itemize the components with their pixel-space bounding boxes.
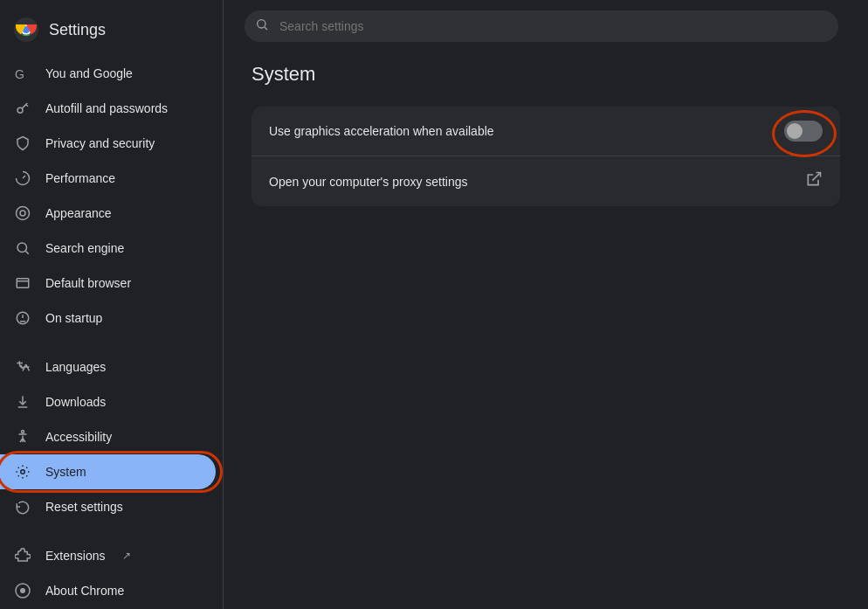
sidebar: Settings G You and Google Autofill and p…	[0, 0, 224, 609]
settings-row-graphics: Use graphics acceleration when available	[251, 107, 840, 156]
reset-icon	[14, 498, 31, 516]
sidebar-item-downloads[interactable]: Downloads	[0, 384, 216, 419]
top-bar	[224, 0, 868, 42]
chrome-logo-icon	[14, 17, 38, 42]
sidebar-item-label: System	[45, 465, 86, 479]
svg-point-6	[20, 211, 25, 216]
svg-point-5	[17, 207, 30, 220]
sidebar-item-appearance[interactable]: Appearance	[0, 196, 216, 231]
search-icon	[255, 17, 269, 35]
sidebar-item-autofill[interactable]: Autofill and passwords	[0, 91, 216, 126]
search-icon	[14, 239, 31, 257]
shield-icon	[14, 135, 31, 152]
sidebar-item-search-engine[interactable]: Search engine	[0, 231, 216, 266]
svg-rect-8	[17, 279, 29, 288]
graphics-accel-toggle-wrap	[784, 121, 823, 142]
sidebar-item-label: Search engine	[45, 241, 124, 255]
sidebar-item-accessibility[interactable]: Accessibility	[0, 419, 216, 454]
sidebar-item-privacy[interactable]: Privacy and security	[0, 126, 216, 161]
toggle-thumb	[787, 123, 803, 139]
performance-icon	[14, 170, 31, 187]
sidebar-item-label: Extensions	[45, 549, 105, 563]
proxy-settings-label: Open your computer's proxy settings	[269, 175, 468, 189]
extensions-external-icon: ↗	[122, 550, 131, 562]
sidebar-item-reset-settings[interactable]: Reset settings	[0, 489, 216, 524]
main-content: System Use graphics acceleration when av…	[224, 0, 868, 609]
sidebar-item-label: Reset settings	[45, 500, 123, 514]
graphics-accel-label: Use graphics acceleration when available	[269, 124, 494, 138]
svg-point-7	[17, 243, 27, 253]
svg-point-11	[21, 470, 25, 474]
google-icon: G	[14, 65, 31, 82]
sidebar-item-you-and-google[interactable]: G You and Google	[0, 56, 216, 91]
sidebar-item-label: About Chrome	[45, 584, 124, 598]
sidebar-item-label: Autofill and passwords	[45, 101, 168, 115]
chrome-icon	[14, 582, 31, 599]
sidebar-item-extensions[interactable]: Extensions ↗	[0, 538, 216, 573]
sidebar-item-label: Appearance	[45, 206, 112, 220]
svg-point-10	[22, 431, 24, 433]
sidebar-item-label: Downloads	[45, 395, 106, 409]
languages-icon	[14, 358, 31, 376]
sidebar-item-label: Languages	[45, 360, 106, 374]
key-icon	[14, 100, 31, 117]
sidebar-header: Settings	[0, 7, 223, 56]
sidebar-item-performance[interactable]: Performance	[0, 161, 216, 196]
svg-point-13	[20, 588, 25, 593]
svg-point-14	[258, 20, 265, 28]
sidebar-item-label: You and Google	[45, 66, 133, 80]
downloads-icon	[14, 393, 31, 411]
sidebar-item-languages[interactable]: Languages	[0, 349, 216, 384]
settings-row-proxy: Open your computer's proxy settings	[251, 156, 840, 206]
browser-icon	[14, 274, 31, 292]
sidebar-item-label: Performance	[45, 171, 115, 185]
sidebar-item-label: Privacy and security	[45, 136, 155, 150]
page-title: System	[251, 63, 840, 86]
sidebar-item-about-chrome[interactable]: About Chrome	[0, 573, 216, 608]
external-link-icon[interactable]	[805, 170, 823, 192]
sidebar-item-default-browser[interactable]: Default browser	[0, 266, 216, 301]
sidebar-item-label: Accessibility	[45, 430, 112, 444]
svg-text:G: G	[15, 67, 24, 81]
content-area: System Use graphics acceleration when av…	[224, 42, 868, 609]
accessibility-icon	[14, 428, 31, 446]
appearance-icon	[14, 204, 31, 222]
sidebar-item-system[interactable]: System	[0, 454, 216, 489]
system-icon	[14, 463, 31, 481]
sidebar-item-on-startup[interactable]: On startup	[0, 301, 216, 336]
extensions-icon	[14, 547, 31, 564]
startup-icon	[14, 309, 31, 327]
search-input[interactable]	[245, 10, 838, 42]
graphics-accel-toggle[interactable]	[784, 121, 823, 142]
svg-point-4	[17, 107, 23, 113]
sidebar-item-label: On startup	[45, 311, 102, 325]
sidebar-item-label: Default browser	[45, 276, 131, 290]
toggle-track[interactable]	[784, 121, 823, 142]
settings-card: Use graphics acceleration when available…	[251, 107, 840, 206]
sidebar-title: Settings	[49, 21, 106, 39]
